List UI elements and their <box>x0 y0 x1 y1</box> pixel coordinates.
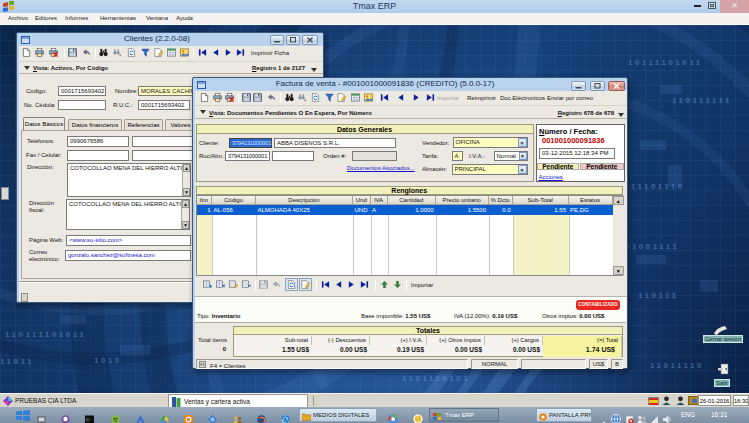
svg-text:C:: C: <box>86 417 90 422</box>
